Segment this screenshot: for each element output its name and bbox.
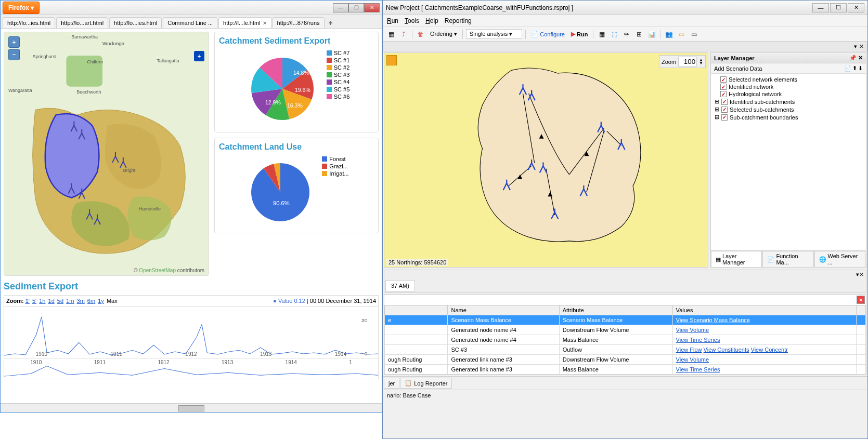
dock-dropdown-icon[interactable]: ▾ [854, 43, 857, 50]
zoom-max[interactable]: Max [107, 298, 118, 304]
result-link[interactable]: View Constituents [704, 347, 749, 353]
browser-tab[interactable]: http://lo...ies.html [109, 17, 162, 28]
tab-web-server[interactable]: 🌐 Web Server ... [814, 251, 865, 267]
catchment-map[interactable]: Zoom ▲▼ 25 Northings: 5954620 [384, 52, 708, 268]
horizontal-scrollbar[interactable] [1, 403, 382, 413]
layer-label[interactable]: Selected network elements [729, 76, 797, 83]
zoom-input[interactable] [678, 57, 697, 66]
maximize-button[interactable]: ☐ [348, 3, 364, 12]
expand-icon[interactable]: ⊞ [714, 106, 719, 113]
timeseries-chart[interactable]: 20 0 1910 1911 1912 1913 1914 [4, 307, 379, 358]
table-row[interactable]: SC #3OutflowView Flow View Constituents … [385, 345, 866, 355]
menu-reporting[interactable]: Reporting [445, 17, 472, 24]
expand-icon[interactable]: ⊞ [714, 98, 719, 105]
down-icon[interactable]: ⬇ [858, 65, 863, 72]
layer-checkbox[interactable] [721, 99, 728, 105]
run-button[interactable]: ▶ Run [569, 31, 590, 37]
pin-icon[interactable]: 📌 [849, 55, 857, 61]
minimize-button[interactable]: — [812, 3, 829, 12]
zoom-1h[interactable]: 1h [39, 298, 45, 304]
toolbar-icon[interactable]: ⊞ [634, 29, 644, 39]
zoom-in-button[interactable]: + [8, 36, 20, 48]
zoom-1y[interactable]: 1y [98, 298, 104, 304]
browser-tab[interactable]: http://lo...art.html [56, 17, 108, 28]
browser-tab[interactable]: http://lo...ies.html [3, 17, 55, 28]
col-header[interactable]: Attribute [559, 305, 672, 315]
zoom-1m[interactable]: 1m [66, 298, 74, 304]
close-button[interactable]: ✕ [364, 3, 380, 12]
menu-tools[interactable]: Tools [405, 17, 419, 24]
layer-label[interactable]: Sub-catchment boundaries [730, 114, 798, 121]
col-header[interactable]: Name [448, 305, 559, 315]
zoom-1min[interactable]: 1' [25, 298, 30, 304]
expand-map-button[interactable]: + [194, 51, 204, 61]
zoom-1d[interactable]: 1d [48, 298, 55, 304]
new-tab-button[interactable]: + [326, 18, 336, 28]
map-panel[interactable]: Barnawartha Wodonga Springhurst Chiltern… [4, 32, 209, 276]
ordering-label[interactable]: Ordering ▾ [428, 31, 459, 37]
zoom-3m[interactable]: 3m [77, 298, 85, 304]
menu-run[interactable]: Run [387, 17, 398, 24]
result-link[interactable]: View Concentr [751, 347, 788, 353]
browser-tab[interactable]: http://l...876/runs [273, 17, 325, 28]
table-row[interactable]: Generated node name #4Downstream Flow Vo… [385, 325, 866, 335]
zoom-spinner[interactable]: ▲▼ [699, 59, 703, 65]
toolbar-icon[interactable]: ▭ [676, 29, 686, 39]
dock-close-icon[interactable]: ✕ [859, 271, 864, 278]
toolbar-icon[interactable]: ▭ [689, 29, 699, 39]
up-icon[interactable]: ⬆ [852, 65, 857, 72]
table-row[interactable]: ough RoutingGenerated link name #3Downst… [385, 355, 866, 365]
layer-checkbox[interactable] [720, 76, 727, 83]
zoom-out-button[interactable]: − [8, 49, 20, 60]
toolbar-icon[interactable]: 👥 [664, 29, 674, 39]
ordering-icon[interactable]: 🗑 [416, 29, 426, 39]
tab-function-manager[interactable]: 📄 Function Ma... [762, 251, 813, 267]
zoom-6m[interactable]: 6m [87, 298, 95, 304]
results-close-button[interactable]: ✕ [857, 296, 865, 304]
menu-help[interactable]: Help [425, 17, 438, 24]
table-row[interactable]: eScenario Mass BalanceScenario Mass Bala… [385, 315, 866, 325]
browser-tab-active[interactable]: http://l...le.html✕ [218, 17, 271, 28]
layer-label[interactable]: Identified network [729, 84, 773, 90]
toolbar-icon[interactable]: 📊 [646, 29, 657, 39]
zoom-5min[interactable]: 5' [32, 298, 36, 304]
col-header[interactable] [385, 305, 448, 315]
layer-checkbox[interactable] [720, 84, 727, 90]
toolbar-icon[interactable]: ⬚ [609, 29, 619, 39]
layer-checkbox[interactable] [721, 107, 728, 113]
time-tab[interactable]: 37 AM) [385, 280, 415, 291]
layer-label[interactable]: Selected sub-catchments [730, 107, 794, 113]
tab-layer-manager[interactable]: ▦ Layer Manager [711, 251, 762, 267]
toolbar-icon[interactable]: ✏ [621, 29, 632, 39]
result-link[interactable]: View Scenario Mass Balance [676, 317, 750, 323]
close-button[interactable]: ✕ [848, 3, 864, 12]
toolbar-icon[interactable]: ▦ [597, 29, 607, 39]
table-row[interactable]: ough RoutingGenerated link name #3Mass B… [385, 365, 866, 375]
result-link[interactable]: View Flow [676, 347, 702, 353]
result-link[interactable]: View Time Series [676, 366, 720, 373]
dock-close-icon[interactable]: ✕ [859, 43, 864, 50]
layer-checkbox[interactable] [720, 91, 727, 97]
layer-label[interactable]: Hydrological network [729, 91, 782, 97]
layer-checkbox[interactable] [721, 114, 728, 121]
firefox-menu-button[interactable]: Firefox ▾ [3, 2, 40, 14]
bottom-tab-log[interactable]: 📋 Log Reporter [400, 378, 452, 389]
tab-close-icon[interactable]: ✕ [263, 20, 267, 26]
layer-label[interactable]: Identified sub-catchments [730, 99, 795, 105]
minimize-button[interactable]: — [333, 3, 348, 12]
result-link[interactable]: View Volume [676, 356, 709, 363]
zoom-5d[interactable]: 5d [57, 298, 63, 304]
map-tool-icon[interactable] [386, 55, 397, 65]
bottom-tab[interactable]: jer [384, 378, 399, 389]
table-row[interactable]: Generated node name #4Mass BalanceView T… [385, 335, 866, 345]
toolbar-icon[interactable]: ⤴ [398, 29, 409, 39]
result-link[interactable]: View Time Series [676, 337, 720, 343]
configure-button[interactable]: 📄 Configure [529, 31, 567, 37]
maximize-button[interactable]: ☐ [830, 3, 847, 12]
col-header[interactable]: Values [672, 305, 856, 315]
result-link[interactable]: View Volume [676, 327, 709, 333]
browser-tab[interactable]: Command Line ... [163, 17, 217, 28]
timeseries-overview[interactable]: 1910 1911 1912 1913 1914 1 [4, 358, 379, 379]
panel-close-icon[interactable]: ✕ [858, 55, 863, 61]
expand-icon[interactable]: ⊞ [714, 114, 719, 121]
